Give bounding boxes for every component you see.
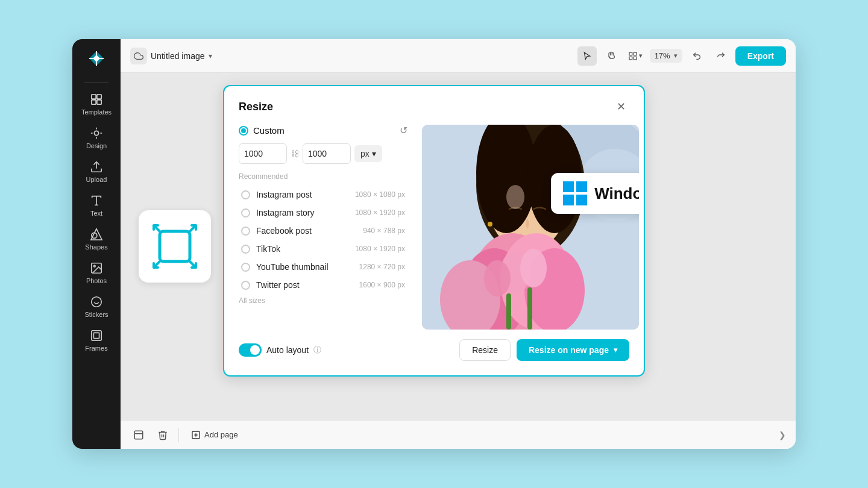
select-tool-button[interactable] [577, 46, 597, 66]
redo-button[interactable] [711, 46, 731, 66]
title-chevron-icon[interactable]: ▾ [209, 52, 212, 60]
pages-icon[interactable] [130, 427, 147, 443]
recommended-label: Recommended [239, 172, 407, 181]
cloud-save-icon[interactable] [130, 48, 147, 64]
preset-size: 1080 × 1080 px [355, 190, 405, 199]
sidebar-item-text-label: Text [90, 210, 102, 217]
preset-size: 1080 × 1920 px [355, 245, 405, 253]
preset-radio [241, 190, 250, 199]
footer-buttons: Resize Resize on new page ▾ [459, 339, 629, 361]
sidebar-item-templates-label: Templates [81, 108, 112, 116]
add-page-button[interactable]: Add page [186, 428, 243, 442]
woman-flowers-image [422, 125, 639, 330]
windows-overlay: Windows [551, 173, 639, 214]
delete-page-icon[interactable] [154, 427, 171, 443]
unit-label: px [360, 149, 370, 158]
svg-rect-43 [563, 181, 574, 192]
sidebar-item-text[interactable]: Text [75, 189, 118, 222]
bottom-divider [178, 428, 179, 442]
canvas-area[interactable]: Resize ✕ Custom ↺ [121, 73, 796, 420]
modal-right-panel: Windows [422, 125, 639, 330]
sidebar-item-design[interactable]: Design [75, 122, 118, 154]
modal-title: Resize [239, 101, 273, 113]
info-icon[interactable]: ⓘ [313, 345, 321, 355]
sidebar-item-design-label: Design [86, 142, 107, 149]
app-logo[interactable] [84, 46, 108, 70]
auto-layout-label: Auto layout [266, 345, 309, 355]
svg-rect-5 [97, 100, 101, 104]
sidebar-item-frames-label: Frames [85, 345, 107, 352]
svg-point-13 [93, 265, 95, 267]
windows-logo-icon [563, 181, 587, 205]
preset-item-youtube-thumbnail[interactable]: YouTube thumbnail 1280 × 720 px [239, 258, 407, 276]
header-right: Export [735, 46, 786, 66]
sidebar-item-templates[interactable]: Templates [75, 88, 118, 120]
sidebar: Templates Design Upload Text [72, 39, 121, 449]
resize-new-chevron-icon: ▾ [614, 346, 617, 354]
collapse-panel-icon[interactable]: ❯ [779, 430, 786, 440]
sidebar-item-upload-label: Upload [86, 176, 107, 183]
pan-tool-button[interactable] [602, 46, 621, 66]
modal-close-button[interactable]: ✕ [612, 98, 629, 115]
zoom-control[interactable]: 17% ▾ [650, 49, 682, 63]
unit-select[interactable]: px ▾ [354, 145, 382, 162]
resize-modal: Resize ✕ Custom ↺ [223, 85, 645, 377]
preset-name: Facebook post [256, 226, 357, 236]
modal-header: Resize ✕ [239, 98, 629, 115]
export-button[interactable]: Export [735, 46, 786, 66]
auto-layout-row: Auto layout ⓘ [239, 343, 321, 357]
all-sizes-link[interactable]: All sizes [239, 296, 407, 305]
modal-left-panel: Custom ↺ ⛓ px ▾ Recommended [239, 125, 407, 330]
preset-item-facebook-post[interactable]: Facebook post 940 × 788 px [239, 222, 407, 240]
dimension-row: ⛓ px ▾ [239, 143, 407, 164]
svg-rect-45 [563, 195, 574, 205]
bottom-bar: Add page ❯ [121, 420, 796, 449]
add-page-label: Add page [204, 430, 238, 439]
preset-item-twitter-post[interactable]: Twitter post 1600 × 900 px [239, 276, 407, 294]
resize-new-page-label: Resize on new page [529, 345, 609, 355]
preview-image: Windows [422, 125, 639, 330]
svg-point-31 [488, 222, 492, 227]
preset-item-instagram-post[interactable]: Instagram post 1080 × 1080 px [239, 186, 407, 204]
sidebar-item-frames[interactable]: Frames [75, 324, 118, 357]
preset-radio [241, 227, 250, 236]
windows-text: Windows [594, 184, 639, 203]
zoom-value: 17% [655, 51, 670, 60]
app-window: Templates Design Upload Text [72, 39, 796, 449]
preset-size: 1080 × 1920 px [355, 208, 405, 217]
svg-rect-4 [92, 100, 96, 104]
refresh-icon[interactable]: ↺ [400, 125, 407, 136]
resize-on-new-page-button[interactable]: Resize on new page ▾ [517, 339, 629, 361]
svg-point-42 [506, 185, 524, 209]
svg-rect-23 [160, 231, 190, 261]
preset-name: Twitter post [256, 280, 353, 290]
preset-size: 1600 × 900 px [359, 281, 405, 289]
preset-size: 1280 × 720 px [359, 263, 405, 271]
sidebar-item-stickers-label: Stickers [84, 311, 108, 318]
sidebar-item-upload[interactable]: Upload [75, 155, 118, 188]
preset-name: TikTok [256, 244, 349, 254]
view-options-button[interactable]: ▾ [626, 46, 645, 66]
sidebar-item-stickers[interactable]: Stickers [75, 290, 118, 323]
canvas-thumbnail [139, 210, 211, 283]
preset-item-instagram-story[interactable]: Instagram story 1080 × 1920 px [239, 204, 407, 222]
svg-rect-20 [634, 52, 637, 55]
width-input[interactable] [239, 143, 287, 164]
sidebar-item-shapes[interactable]: Shapes [75, 223, 118, 255]
preset-radio [241, 245, 250, 254]
sidebar-item-photos[interactable]: Photos [75, 257, 118, 289]
height-input[interactable] [303, 143, 351, 164]
preset-item-tiktok[interactable]: TikTok 1080 × 1920 px [239, 240, 407, 258]
custom-label: Custom [253, 125, 395, 136]
svg-rect-3 [97, 95, 101, 99]
radio-inner [241, 128, 246, 133]
custom-radio[interactable] [239, 126, 248, 136]
resize-button[interactable]: Resize [459, 339, 511, 361]
preset-name: Instagram story [256, 208, 349, 217]
undo-button[interactable] [687, 46, 706, 66]
auto-layout-toggle[interactable] [239, 343, 262, 357]
svg-rect-2 [92, 95, 96, 99]
preset-radio [241, 263, 250, 272]
preset-name: Instagram post [256, 190, 349, 199]
svg-rect-46 [576, 195, 587, 205]
